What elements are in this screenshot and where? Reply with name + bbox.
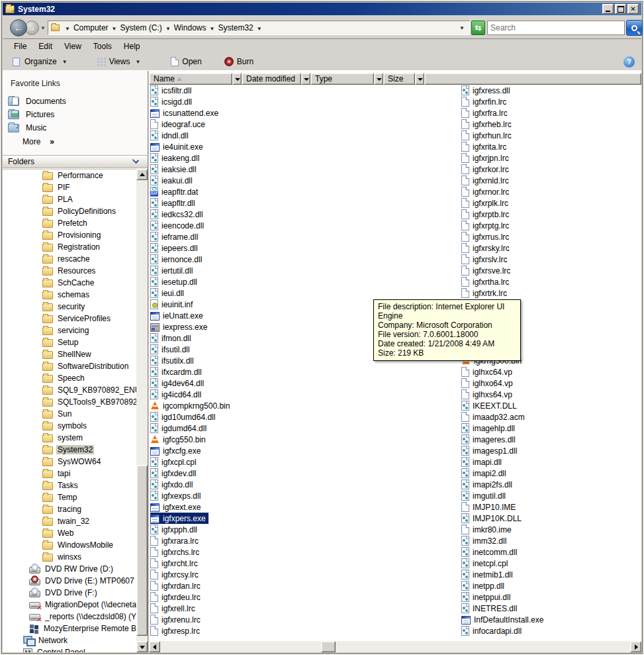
file-item-ieuinit.inf[interactable]: ieuinit.inf: [150, 299, 195, 310]
tree-item-performance[interactable]: Performance: [3, 170, 136, 181]
column-header-date-modified[interactable]: Date modified: [242, 73, 301, 85]
file-item-igfxrjpn.lrc[interactable]: igfxrjpn.lrc: [461, 152, 512, 164]
file-item-ieframe.dll[interactable]: ieframe.dll: [150, 231, 201, 242]
sidebar-item-documents[interactable]: Documents: [3, 95, 148, 108]
tree-item-resources[interactable]: Resources: [3, 265, 136, 277]
breadcrumb-arrow-icon[interactable]: ▼: [165, 26, 171, 32]
name-filter-dropdown[interactable]: [232, 73, 242, 85]
file-item-inetcpl.cpl[interactable]: inetcpl.cpl: [461, 558, 510, 569]
column-header-name[interactable]: Name: [149, 73, 232, 85]
menu-item-edit[interactable]: Edit: [32, 40, 58, 52]
file-item-iglhxc64.vp[interactable]: iglhxc64.vp: [461, 366, 515, 378]
file-item-icsunattend.exe[interactable]: icsunattend.exe: [150, 107, 221, 119]
breadcrumb-segment[interactable]: System32: [218, 23, 253, 32]
tree-item-dvd-drive-f-[interactable]: DVD Drive (F:): [3, 587, 136, 599]
file-item-igfxcfg.exe[interactable]: igfxcfg.exe: [150, 445, 203, 456]
sidebar-item-pictures[interactable]: Pictures: [3, 108, 148, 121]
file-item-ieakui.dll[interactable]: ieakui.dll: [150, 175, 195, 186]
navigation-history-dropdown-icon[interactable]: ▼: [40, 25, 46, 31]
minimize-button[interactable]: [602, 4, 614, 14]
help-button[interactable]: ?: [623, 56, 635, 68]
scrollbar-thumb[interactable]: [136, 465, 148, 636]
file-item-ig4dev64.dll[interactable]: ig4dev64.dll: [150, 378, 207, 389]
file-item-iesetup.dll[interactable]: iesetup.dll: [150, 276, 200, 287]
file-item-igfxrcsy.lrc[interactable]: igfxrcsy.lrc: [150, 569, 201, 580]
file-item-iedkcs32.dll[interactable]: iedkcs32.dll: [150, 209, 206, 220]
tree-item-twain-32[interactable]: twain_32: [3, 515, 136, 527]
file-item-ideograf.uce[interactable]: ideograf.uce: [150, 119, 208, 130]
breadcrumb-arrow-icon[interactable]: ▼: [65, 26, 70, 32]
file-item-imkr80.ime[interactable]: imkr80.ime: [461, 524, 514, 535]
file-item-iglhxo64.vp[interactable]: iglhxo64.vp: [461, 378, 516, 389]
file-item-igfxrslv.lrc[interactable]: igfxrslv.lrc: [461, 254, 510, 265]
organize-button[interactable]: Organize ▼: [7, 55, 73, 68]
file-item-igfxrcht.lrc[interactable]: igfxrcht.lrc: [150, 558, 201, 569]
tree-item-web[interactable]: Web: [3, 527, 136, 539]
search-input[interactable]: [490, 23, 621, 32]
file-item-igfxdo.dll[interactable]: igfxdo.dll: [150, 479, 195, 490]
column-header-size[interactable]: Size: [383, 73, 415, 85]
file-item-ifsutil.dll[interactable]: ifsutil.dll: [150, 344, 193, 355]
file-item-ikeext.dll[interactable]: IKEEXT.DLL: [461, 400, 520, 411]
title-bar[interactable]: System32: [3, 3, 641, 15]
file-item-igd10umd64.dll[interactable]: igd10umd64.dll: [150, 411, 218, 423]
file-item-igfxdev.dll[interactable]: igfxdev.dll: [150, 468, 199, 479]
burn-button[interactable]: Burn: [219, 55, 259, 68]
file-item-imjp10k.dll[interactable]: IMJP10K.DLL: [461, 513, 524, 524]
breadcrumb-arrow-icon[interactable]: ▼: [257, 26, 262, 32]
file-item-ieakeng.dll[interactable]: ieakeng.dll: [150, 152, 202, 164]
tree-item-sun[interactable]: Sun: [3, 408, 136, 420]
file-item-inetpp.dll[interactable]: inetpp.dll: [461, 580, 507, 591]
file-item-igfxrtrk.lrc[interactable]: igfxrtrk.lrc: [461, 287, 510, 299]
file-item-imageres.dll[interactable]: imageres.dll: [461, 434, 518, 445]
file-item-iepeers.dll[interactable]: iepeers.dll: [150, 242, 201, 254]
file-item-igfxress.dll[interactable]: igfxress.dll: [461, 85, 513, 96]
file-item-imgutil.dll[interactable]: imgutil.dll: [461, 490, 508, 501]
scroll-up-button[interactable]: [136, 169, 148, 180]
file-item-igfxrenu.lrc[interactable]: igfxrenu.lrc: [150, 614, 203, 625]
file-item-igfxrsve.lrc[interactable]: igfxrsve.lrc: [461, 265, 513, 276]
file-item-ieapfltr.dll[interactable]: ieapfltr.dll: [150, 197, 198, 209]
search-box[interactable]: [487, 21, 625, 35]
file-item-iglhxs64.vp[interactable]: iglhxs64.vp: [461, 389, 515, 400]
tree-item-sql9-kb970892-enu[interactable]: SQL9_KB970892_ENU: [3, 384, 136, 396]
file-item-infocardapi.dll[interactable]: infocardapi.dll: [461, 625, 524, 636]
file-item-igfxrell.lrc[interactable]: igfxrell.lrc: [150, 603, 198, 614]
file-item-igfxrfin.lrc[interactable]: igfxrfin.lrc: [461, 96, 509, 107]
file-item-igfxrptg.lrc[interactable]: igfxrptg.lrc: [461, 220, 512, 231]
file-item-igfxrfra.lrc[interactable]: igfxrfra.lrc: [461, 107, 510, 119]
file-item-igfxrhun.lrc[interactable]: igfxrhun.lrc: [461, 130, 514, 141]
tree-item-syswow64[interactable]: SysWOW64: [3, 456, 136, 468]
file-item-ieaksie.dll[interactable]: ieaksie.dll: [150, 164, 199, 175]
tree-item-temp[interactable]: Temp: [3, 491, 136, 503]
menu-item-view[interactable]: View: [58, 40, 87, 52]
file-item-ieapfltr.dat[interactable]: ieapfltr.dat: [150, 186, 201, 197]
file-item-igfxrheb.lrc[interactable]: igfxrheb.lrc: [461, 119, 514, 130]
tree-item-pla[interactable]: PLA: [3, 193, 136, 205]
file-item-imagesp1.dll[interactable]: imagesp1.dll: [461, 445, 520, 456]
file-item-inetres.dll[interactable]: INETRES.dll: [461, 603, 520, 614]
views-button[interactable]: Views ▼: [91, 55, 146, 68]
file-item-igfxpers.exe[interactable]: igfxpers.exe: [150, 513, 208, 524]
breadcrumb-segment[interactable]: Windows: [174, 23, 207, 32]
file-item-igfxrplk.lrc[interactable]: igfxrplk.lrc: [461, 197, 511, 209]
file-item-igfxrkor.lrc[interactable]: igfxrkor.lrc: [461, 164, 512, 175]
list-horizontal-scrollbar[interactable]: [149, 641, 641, 652]
file-item-ieunatt.exe[interactable]: ieUnatt.exe: [150, 310, 206, 321]
tree-item-serviceprofiles[interactable]: ServiceProfiles: [3, 313, 136, 325]
tree-item-sqltools9-kb970892-en[interactable]: SQLTools9_KB970892_EN: [3, 396, 136, 408]
file-item-ieui.dll[interactable]: ieui.dll: [150, 287, 187, 299]
tree-item-schcache[interactable]: SchCache: [3, 277, 136, 289]
file-item-idndl.dll[interactable]: idndl.dll: [150, 130, 191, 141]
file-item-ifmon.dll[interactable]: ifmon.dll: [150, 332, 194, 344]
tree-item-policydefinitions[interactable]: PolicyDefinitions: [3, 205, 136, 217]
menu-item-file[interactable]: File: [8, 40, 32, 52]
file-item-igfxrtha.lrc[interactable]: igfxrtha.lrc: [461, 276, 512, 287]
file-item-igfxrrus.lrc[interactable]: igfxrrus.lrc: [461, 231, 512, 242]
file-item-icsigd.dll[interactable]: icsigd.dll: [150, 96, 195, 107]
menu-item-tools[interactable]: Tools: [87, 40, 118, 52]
tree-item-dvd-drive-e-mtp0607[interactable]: DVD Drive (E:) MTP0607: [3, 575, 136, 587]
breadcrumb-segment[interactable]: System (C:): [120, 23, 162, 32]
tree-item-system32[interactable]: System32: [3, 444, 136, 456]
file-item-imjp10.ime[interactable]: IMJP10.IME: [461, 501, 518, 513]
